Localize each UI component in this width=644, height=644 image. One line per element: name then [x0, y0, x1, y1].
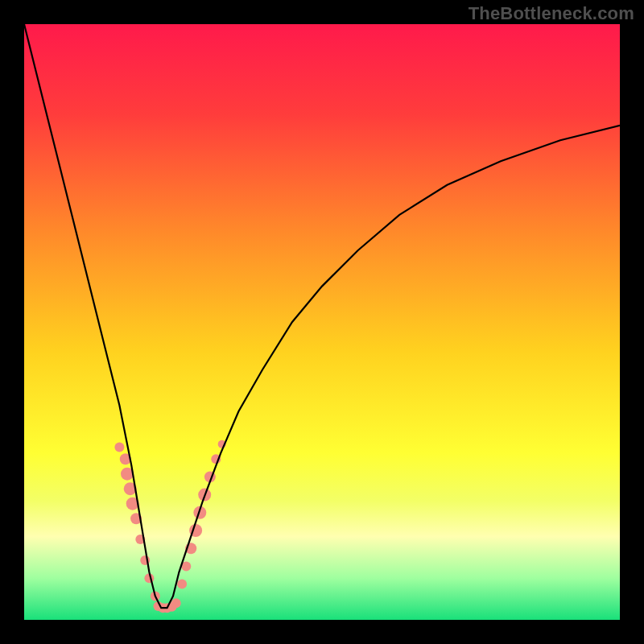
scatter-point: [114, 442, 124, 452]
chart-frame: TheBottleneck.com: [0, 0, 644, 644]
scatter-point: [171, 598, 181, 608]
bottleneck-curve: [24, 24, 620, 608]
watermark-text: TheBottleneck.com: [469, 3, 634, 24]
curve-layer: [24, 24, 620, 620]
scatter-point: [177, 580, 187, 589]
plot-area: [24, 24, 620, 620]
